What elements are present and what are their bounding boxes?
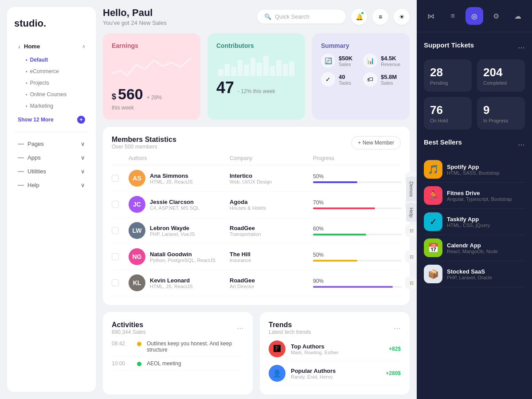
support-dots[interactable]: ⋯ — [518, 43, 525, 52]
panel-circle-icon[interactable]: ◎ — [466, 7, 483, 25]
trend-change: +82$ — [389, 346, 401, 352]
sidebar-item-default[interactable]: Default — [22, 55, 89, 65]
action-view[interactable]: ⊟ — [405, 277, 417, 289]
row-checkbox[interactable] — [112, 253, 119, 260]
summary-icon-4: 🏷 — [363, 72, 377, 86]
author-name: Lebron Wayde — [150, 225, 195, 231]
ticket-number: 28 — [430, 66, 466, 79]
summary-item-2: 📊 $4.5K Revenue — [363, 54, 401, 68]
contributors-change: - 12% this week — [238, 88, 275, 94]
action-view[interactable]: ⊟ — [405, 250, 417, 263]
dash-icon — [18, 144, 24, 145]
company-name: RoadGee — [230, 277, 309, 284]
col-progress: Progress — [313, 155, 402, 161]
notification-bell[interactable]: 🔔 — [351, 9, 367, 25]
new-member-button[interactable]: + New Member — [351, 136, 401, 149]
right-panel: ⋈ ≡ ◎ ⚙ ☁ Support Tickets ⋯ 28 Pending 2… — [417, 0, 532, 399]
message-icon-btn[interactable]: ≡ — [372, 9, 388, 25]
best-sellers-header: Best Sellers ⋯ — [424, 138, 525, 151]
progress-cell: 90% — [313, 278, 402, 288]
panel-cloud-icon[interactable]: ☁ — [509, 7, 527, 25]
best-sellers-section: Best Sellers ⋯ 🎵 Spotify App HTML, SASS,… — [424, 138, 525, 287]
company-name: Agoda — [230, 199, 309, 205]
company-type: Insurance — [230, 258, 309, 263]
progress-bar-fill — [313, 181, 357, 183]
trend-item: 🅿 Top Authors Mark, Rowling, Esther +82$ — [269, 337, 401, 361]
action-view[interactable]: ⊟ — [405, 224, 417, 237]
show-more-btn[interactable]: Show 12 More + — [14, 113, 89, 126]
sidebar-item-ecommerce[interactable]: eCommerce — [22, 66, 89, 77]
search-box[interactable]: 🔍 Quick Search — [257, 10, 346, 23]
best-sellers-dots[interactable]: ⋯ — [518, 141, 525, 149]
activities-dots[interactable]: ⋯ — [237, 324, 244, 332]
row-checkbox[interactable] — [112, 227, 119, 234]
search-icon: 🔍 — [264, 13, 271, 20]
sidebar-item-marketing[interactable]: Marketing — [22, 101, 89, 111]
support-header: Support Tickets ⋯ — [424, 41, 525, 54]
help-tab[interactable]: Help — [406, 203, 417, 222]
progress-bar-fill — [313, 234, 366, 235]
theme-toggle[interactable]: ☀ — [394, 9, 410, 25]
trend-sub: Randy, Enid, Henry — [291, 374, 336, 379]
seller-name: Fitnes Drive — [447, 190, 512, 196]
activities-section: Activities 890,344 Sales ⋯ 08:42 Outline… — [103, 312, 253, 395]
sidebar-item-online-courses[interactable]: Online Courses — [22, 89, 89, 100]
author-cell: KL Kevin Leonard HTML, JS, ReactJS — [129, 274, 226, 291]
activity-time: 08:42 — [112, 340, 132, 347]
author-cell: AS Ana Simmons HTML, JS, ReactJS — [129, 170, 226, 187]
demos-tab[interactable]: Demos — [406, 177, 417, 201]
author-name: Ana Simmons — [150, 172, 193, 179]
contributors-title: Contributors — [216, 42, 296, 49]
earnings-title: Earnings — [112, 42, 192, 49]
summary-icon-3: ✓ — [321, 72, 335, 86]
sidebar-item-pages[interactable]: Pages ∨ — [14, 137, 89, 150]
row-checkbox[interactable] — [112, 201, 119, 208]
bar-10 — [276, 60, 282, 76]
dollar-sign: $ — [112, 92, 116, 102]
sidebar-item-projects[interactable]: Projects — [22, 78, 89, 88]
ticket-number: 9 — [483, 103, 519, 117]
stat-cards: Earnings $ 560 + 28% this week Contribut… — [103, 33, 410, 120]
panel-content: Support Tickets ⋯ 28 Pending 204 Complet… — [417, 32, 532, 399]
activity-dot — [137, 342, 141, 346]
sidebar-item-help[interactable]: Help ∨ — [14, 179, 89, 192]
chevron-down-icon-4: ∨ — [81, 182, 85, 188]
col-company: Company — [230, 155, 309, 161]
author-name: Jessie Clarcson — [150, 199, 200, 205]
ticket-number: 204 — [483, 66, 519, 79]
table-row: JC Jessie Clarcson C#, ASP.NET, MS SQL A… — [112, 192, 401, 218]
trend-item: 👤 Popular Authors Randy, Enid, Henry +28… — [269, 361, 401, 386]
row-checkbox[interactable] — [112, 279, 119, 286]
support-section: Support Tickets ⋯ 28 Pending 204 Complet… — [424, 41, 525, 129]
sellers-list: 🎵 Spotify App HTML, SASS, Bootstrap 🏃 Fi… — [424, 156, 525, 287]
seller-tags: Angular, Typescript, Bootstrap — [447, 196, 512, 202]
panel-share-icon[interactable]: ⋈ — [422, 7, 440, 25]
seller-tags: HTML, SASS, Bootstrap — [447, 170, 500, 176]
seller-icon: 🏃 — [424, 186, 442, 205]
bar-6 — [250, 58, 256, 76]
ticket-label: Completed — [483, 80, 519, 86]
avatar: JC — [129, 196, 145, 213]
row-checkbox[interactable] — [112, 175, 119, 182]
table-header: Authors Company Progress Actions — [112, 152, 401, 165]
members-title-group: Members Statistics Over 500 members — [112, 136, 176, 150]
sidebar-item-home[interactable]: ↓ Home ∧ — [14, 40, 89, 53]
seller-icon: 📅 — [424, 239, 442, 257]
earnings-chart — [112, 54, 192, 80]
progress-bar-fill — [313, 207, 375, 209]
seller-tags: HTML, CSS, jQuery — [447, 223, 490, 228]
panel-icons: ⋈ ≡ ◎ ⚙ ☁ — [417, 0, 532, 32]
sidebar-item-utilities[interactable]: Utilities ∨ — [14, 165, 89, 178]
seller-icon: 📦 — [424, 265, 442, 283]
author-tags: Python, PostgreSQL, ReactJS — [150, 258, 215, 263]
progress-bar-bg — [313, 286, 402, 288]
panel-list-icon[interactable]: ≡ — [444, 7, 462, 25]
summary-text-2: $4.5K Revenue — [381, 55, 400, 67]
sidebar-item-apps[interactable]: Apps ∨ — [14, 151, 89, 164]
bar-5 — [244, 65, 249, 76]
panel-gear-icon[interactable]: ⚙ — [487, 7, 505, 25]
progress-label: 50% — [313, 173, 402, 180]
activity-text: AEOL meeting — [147, 360, 181, 367]
author-tags: PHP, Laravel, VueJS — [150, 231, 195, 237]
trends-dots[interactable]: ⋯ — [394, 324, 401, 332]
